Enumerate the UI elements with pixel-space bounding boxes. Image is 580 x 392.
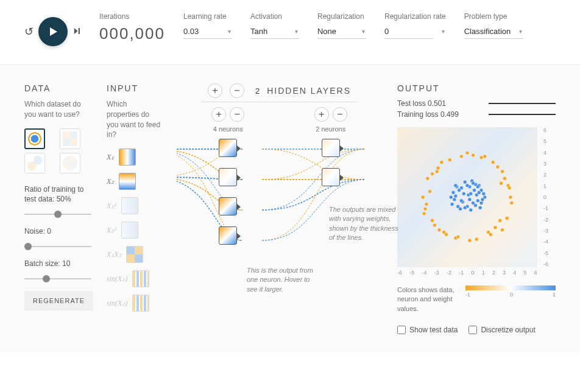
dataset-gauss[interactable] xyxy=(24,153,45,173)
svg-point-2 xyxy=(476,199,479,203)
noise-slider[interactable] xyxy=(24,246,91,247)
problem-type-control: Problem type Classification xyxy=(464,12,523,39)
iterations-label: Iterations xyxy=(99,12,165,21)
svg-point-39 xyxy=(472,181,475,185)
learning-rate-control: Learning rate 0.03 xyxy=(183,12,232,39)
neuron-2-1[interactable] xyxy=(322,139,340,157)
play-button[interactable] xyxy=(38,17,68,46)
feature-x1[interactable]: X₁ xyxy=(107,149,161,166)
svg-point-17 xyxy=(481,198,484,201)
svg-point-59 xyxy=(433,223,436,227)
noise-block: Noise: 0 xyxy=(24,226,91,249)
legend-gradient: -1 0 1 xyxy=(465,285,556,298)
discretize-check[interactable]: Discretize output xyxy=(469,326,535,334)
input-title: INPUT xyxy=(107,83,161,93)
problem-type-select[interactable]: Classification xyxy=(464,24,523,39)
svg-point-26 xyxy=(482,192,486,195)
ratio-block: Ratio of training to test data: 50% xyxy=(24,184,91,217)
dataset-circle[interactable] xyxy=(24,128,45,149)
svg-point-71 xyxy=(435,170,439,173)
output-heatmap[interactable]: 6543210-1-2-3-4-5-6 -6-5-4-3-2-10123456 xyxy=(397,127,537,267)
ratio-slider[interactable] xyxy=(24,214,91,215)
svg-point-72 xyxy=(493,226,497,229)
annotation-weights: The outputs are mixed with varying weigh… xyxy=(329,205,402,243)
feature-sinx2[interactable]: sin(X₂) xyxy=(107,295,161,312)
output-title: OUTPUT xyxy=(397,83,556,93)
svg-point-77 xyxy=(445,233,448,236)
reset-button[interactable]: ↺ xyxy=(24,25,34,38)
svg-point-70 xyxy=(501,228,504,232)
layer1-remove-neuron[interactable]: − xyxy=(230,107,244,122)
svg-point-58 xyxy=(496,165,500,169)
step-button[interactable] xyxy=(72,26,81,38)
svg-point-55 xyxy=(468,239,472,242)
neuron-1-2[interactable] xyxy=(219,168,237,186)
show-test-check[interactable]: Show test data xyxy=(397,326,458,334)
svg-point-67 xyxy=(425,203,428,206)
remove-layer-button[interactable]: − xyxy=(230,83,244,98)
data-subtitle: Which dataset do you want to use? xyxy=(24,99,91,120)
hidden-layers-title: HIDDEN LAYERS xyxy=(267,86,351,96)
svg-point-41 xyxy=(428,189,432,193)
problem-type-label: Problem type xyxy=(464,12,523,21)
output-panel: OUTPUT Test loss 0.501 Training loss 0.4… xyxy=(397,83,556,334)
svg-point-32 xyxy=(459,199,463,203)
svg-point-74 xyxy=(509,195,512,199)
layer2-count: 2 neurons xyxy=(316,125,345,133)
top-controls: ↺ Iterations 000,000 Learning rate 0.03 … xyxy=(0,0,580,65)
svg-point-29 xyxy=(476,185,479,189)
layer2-remove-neuron[interactable]: − xyxy=(333,107,347,122)
svg-point-28 xyxy=(465,184,469,187)
svg-point-34 xyxy=(473,203,477,207)
reg-rate-control: Regularization rate 0 xyxy=(384,12,446,39)
axis-x: -6-5-4-3-2-10123456 xyxy=(397,270,537,276)
feature-x1sq[interactable]: X₁² xyxy=(107,197,161,214)
svg-point-60 xyxy=(507,186,511,190)
reg-rate-select[interactable]: 0 xyxy=(384,24,433,39)
neuron-1-3[interactable] xyxy=(219,197,237,215)
learning-rate-select[interactable]: 0.03 xyxy=(183,24,232,39)
svg-point-5 xyxy=(469,208,473,212)
input-panel: INPUT Which properties do you want to fe… xyxy=(107,83,161,334)
batch-slider[interactable] xyxy=(24,278,91,279)
train-loss: Training loss 0.499 xyxy=(397,110,556,119)
layer1-add-neuron[interactable]: + xyxy=(211,107,226,122)
svg-point-30 xyxy=(456,205,460,208)
regularization-control: Regularization None xyxy=(317,12,366,39)
data-title: DATA xyxy=(24,83,91,93)
feature-x2sq[interactable]: X₂² xyxy=(107,222,161,239)
neuron-1-4[interactable] xyxy=(219,226,237,245)
dataset-xor[interactable] xyxy=(60,128,80,149)
svg-point-43 xyxy=(436,166,440,170)
regenerate-button[interactable]: REGENERATE xyxy=(24,291,93,310)
svg-point-54 xyxy=(465,151,469,155)
svg-point-8 xyxy=(450,203,454,206)
regularization-select[interactable]: None xyxy=(317,24,366,39)
svg-point-65 xyxy=(440,161,444,164)
noise-label: Noise: 0 xyxy=(24,226,91,237)
neuron-1-1[interactable] xyxy=(219,139,237,157)
ratio-label: Ratio of training to test data: 50% xyxy=(24,184,91,205)
legend-text: Colors shows data, neuron and weight val… xyxy=(397,285,458,313)
network-divider xyxy=(201,102,358,102)
svg-point-69 xyxy=(459,155,463,158)
add-layer-button[interactable]: + xyxy=(208,83,222,98)
activation-select[interactable]: Tanh xyxy=(250,24,299,39)
feature-sinx1[interactable]: sin(X₁) xyxy=(107,270,161,287)
layer-1: + − 4 neurons xyxy=(211,107,244,256)
feature-x1x2[interactable]: X₁X₂ xyxy=(107,246,161,263)
svg-point-57 xyxy=(426,177,430,180)
neuron-2-2[interactable] xyxy=(322,168,340,186)
input-subtitle: Which properties do you want to feed in? xyxy=(107,99,161,140)
svg-point-6 xyxy=(463,180,467,184)
svg-point-75 xyxy=(422,212,426,215)
svg-point-73 xyxy=(431,172,434,176)
feature-x2[interactable]: X₂ xyxy=(107,173,161,190)
dataset-spiral[interactable] xyxy=(60,153,80,173)
svg-point-13 xyxy=(451,191,455,194)
layer2-add-neuron[interactable]: + xyxy=(314,107,329,122)
svg-point-64 xyxy=(489,233,492,236)
svg-point-79 xyxy=(437,228,441,232)
regularization-label: Regularization xyxy=(317,12,366,21)
iterations-value: 000,000 xyxy=(99,24,165,43)
